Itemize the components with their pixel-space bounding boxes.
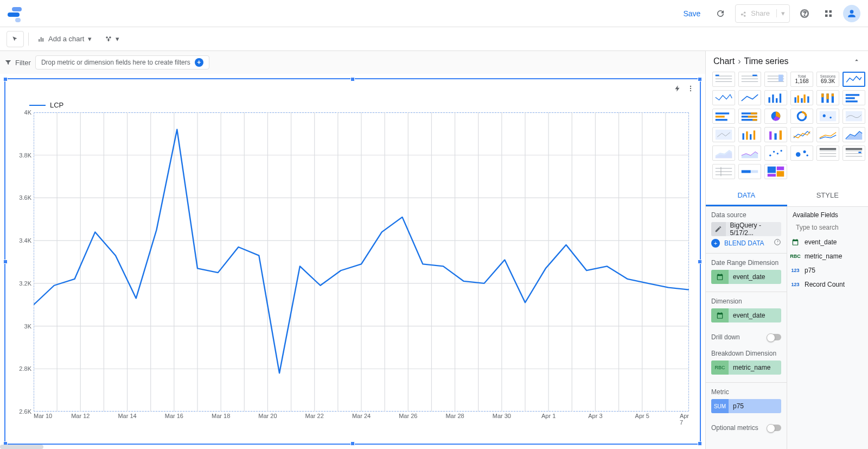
optional-metrics-toggle[interactable] (767, 425, 781, 431)
chart-type-thumb[interactable] (712, 72, 735, 87)
help-icon[interactable] (774, 238, 781, 248)
svg-rect-126 (777, 171, 784, 176)
chart-type-thumb[interactable] (790, 109, 813, 124)
available-field[interactable]: 123Record Count (787, 277, 868, 292)
filter-dropzone[interactable]: Drop metric or dimension fields here to … (35, 55, 209, 69)
chart-type-thumb[interactable] (816, 127, 839, 142)
select-tool[interactable] (7, 31, 24, 47)
apps-icon[interactable] (819, 4, 838, 23)
share-button[interactable]: Share ▾ (735, 4, 790, 23)
svg-rect-4 (39, 39, 40, 42)
add-community-viz-button[interactable]: ▾ (100, 31, 124, 47)
tab-data[interactable]: DATA (706, 186, 787, 206)
help-icon[interactable] (795, 4, 814, 23)
chart-type-thumb[interactable] (816, 146, 839, 161)
chart-type-thumb[interactable] (843, 127, 865, 142)
chart-type-thumb[interactable] (764, 127, 787, 142)
chart-type-thumb[interactable] (738, 127, 761, 142)
svg-point-92 (829, 117, 831, 118)
chart-type-thumb[interactable] (843, 72, 865, 87)
chart-type-thumb[interactable]: Total1,168 (790, 72, 813, 87)
section-date-range: Date Range Dimension (711, 259, 781, 267)
chart-type-thumb[interactable] (764, 90, 787, 105)
svg-point-106 (796, 152, 800, 156)
account-avatar[interactable] (843, 5, 860, 22)
chart-type-thumb[interactable] (843, 109, 865, 124)
chart-type-thumb[interactable] (712, 164, 735, 179)
chevron-right-icon: › (738, 56, 741, 66)
svg-rect-5 (41, 37, 42, 41)
fields-search-input[interactable] (795, 223, 868, 232)
svg-point-108 (806, 155, 808, 156)
svg-rect-60 (778, 75, 783, 82)
tab-style[interactable]: STYLE (787, 186, 869, 206)
chart-type-thumb[interactable] (764, 109, 787, 124)
chart-type-thumb[interactable]: Sessions69.3K (816, 72, 839, 87)
metric-field[interactable]: SUM p75 (711, 399, 781, 413)
chart-type-thumb[interactable] (843, 90, 865, 105)
svg-point-11 (690, 90, 691, 91)
time-series-chart[interactable]: LCP 4K3.8K3.6K3.4K3.2K3K2.8K2.6K Mar 10M… (16, 96, 689, 433)
more-icon[interactable] (687, 85, 694, 94)
svg-rect-64 (780, 93, 781, 103)
svg-point-7 (106, 36, 108, 39)
chart-type-thumb[interactable] (790, 127, 813, 142)
chart-type-thumb[interactable] (712, 146, 735, 161)
chart-type-thumb[interactable] (738, 146, 761, 161)
chart-type-picker[interactable]: Total1,168Sessions69.3K (706, 72, 868, 185)
chart-type-thumb[interactable] (712, 90, 735, 105)
section-metric: Metric (711, 388, 781, 396)
calendar-icon (711, 308, 729, 322)
chart-type-thumb[interactable] (764, 72, 787, 87)
breakdown-field[interactable]: RBC metric_name (711, 361, 781, 375)
add-chart-button[interactable]: Add a chart ▾ (33, 31, 96, 47)
svg-point-105 (780, 150, 782, 151)
save-button[interactable]: Save (678, 6, 706, 21)
chart-type-thumb[interactable] (764, 164, 787, 179)
svg-rect-81 (716, 119, 727, 121)
blend-data-button[interactable]: + BLEND DATA (711, 238, 781, 248)
share-dropdown-icon[interactable]: ▾ (776, 9, 785, 17)
chart-type-thumb[interactable] (712, 109, 735, 124)
svg-rect-124 (768, 167, 776, 173)
chart-type-thumb[interactable] (738, 109, 761, 124)
bolt-icon[interactable] (674, 85, 681, 94)
svg-rect-61 (768, 97, 770, 103)
chart-type-thumb[interactable] (738, 72, 761, 87)
chart-type-thumb[interactable] (816, 90, 839, 105)
horizontal-scrollbar[interactable] (0, 445, 43, 449)
svg-point-107 (803, 150, 806, 153)
optional-metrics-row[interactable]: Optional metrics (706, 420, 787, 436)
svg-rect-3 (829, 14, 832, 17)
available-field[interactable]: event_date (787, 235, 868, 249)
chart-type-thumb[interactable] (816, 109, 839, 124)
data-source-chip[interactable]: BigQuery - 5/17/2... (711, 222, 781, 236)
available-field[interactable]: 123p75 (787, 263, 868, 277)
date-range-field[interactable]: event_date (711, 270, 781, 284)
chart-type-thumb[interactable] (843, 146, 865, 161)
panel-breadcrumb: Chart › Time series (713, 56, 789, 66)
chart-type-thumb[interactable] (764, 146, 787, 161)
svg-rect-112 (820, 148, 836, 150)
dimension-field[interactable]: event_date (711, 308, 781, 322)
panel-tabs: DATA STYLE (706, 186, 868, 207)
report-canvas[interactable]: LCP 4K3.8K3.6K3.4K3.2K3K2.8K2.6K Mar 10M… (4, 78, 701, 445)
svg-point-103 (773, 151, 775, 153)
chart-type-thumb[interactable] (790, 146, 813, 161)
svg-rect-123 (742, 170, 751, 173)
pencil-icon[interactable] (711, 222, 726, 236)
collapse-panel-icon[interactable] (853, 56, 860, 66)
drill-down-toggle[interactable] (767, 334, 781, 340)
chart-type-thumb[interactable] (790, 90, 813, 105)
add-filter-icon[interactable]: + (195, 58, 203, 67)
available-field[interactable]: RBCmetric_name (787, 249, 868, 263)
drill-down-row[interactable]: Drill down (706, 329, 787, 345)
svg-rect-56 (752, 75, 757, 77)
chart-type-thumb[interactable] (712, 127, 735, 142)
svg-rect-100 (774, 133, 776, 140)
refresh-icon[interactable] (711, 4, 730, 23)
fields-search[interactable] (787, 220, 868, 235)
chart-type-thumb[interactable] (738, 90, 761, 105)
chart-type-thumb[interactable] (738, 164, 761, 179)
field-type-icon (789, 238, 801, 246)
